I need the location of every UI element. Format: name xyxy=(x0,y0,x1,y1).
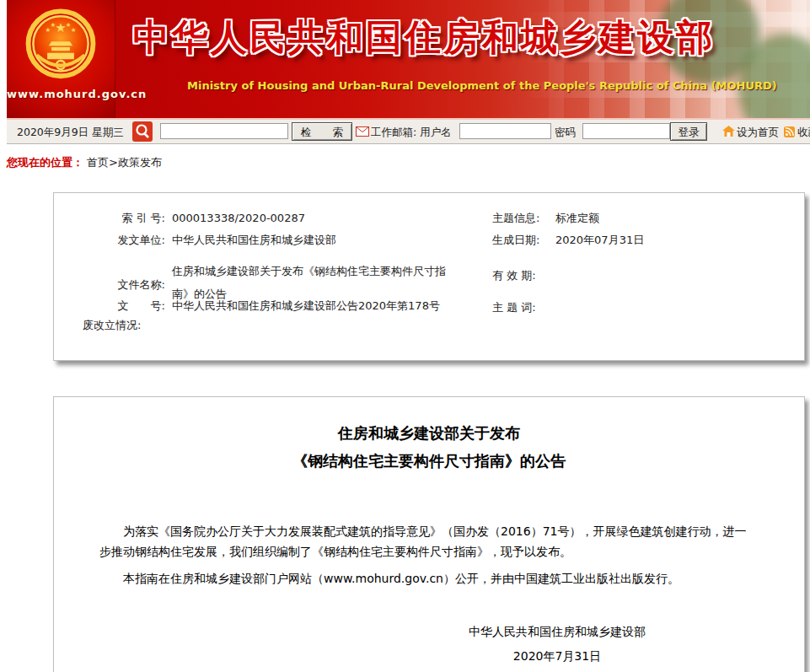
meta-label: 索 引 号: xyxy=(83,211,165,226)
document-info-panel: 索 引 号: 000013338/2020-00287 发文单位: 中华人民共和… xyxy=(53,192,805,361)
svg-text:★: ★ xyxy=(55,20,67,35)
meta-row-validity-period: 有 效 期: xyxy=(492,268,555,283)
site-title: 中华人民共和国住房和城乡建设部 xyxy=(133,13,715,62)
svg-text:★: ★ xyxy=(66,21,72,29)
rss-icon xyxy=(784,126,795,137)
breadcrumb-prefix: 您现在的位置： xyxy=(7,156,83,169)
announcement-panel: 住房和城乡建设部关于发布 《钢结构住宅主要构件尺寸指南》的公告 为落实《国务院办… xyxy=(53,396,805,672)
meta-label: 废改立情况: xyxy=(83,318,141,333)
meta-row-issuing-unit: 发文单位: 中华人民共和国住房和城乡建设部 xyxy=(83,233,336,248)
breadcrumb-path[interactable]: 首页>政策发布 xyxy=(87,156,162,169)
announcement-title: 住房和城乡建设部关于发布 《钢结构住宅主要构件尺寸指南》的公告 xyxy=(54,419,804,475)
site-url[interactable]: www.mohurd.gov.cn xyxy=(7,88,115,100)
meta-value: 2020年07月31日 xyxy=(555,233,644,248)
site-subtitle-en: Ministry of Housing and Urban-Rural Deve… xyxy=(187,79,777,92)
meta-label: 文件名称: xyxy=(83,277,165,293)
meta-row-repeal-status: 废改立情况: xyxy=(83,318,148,333)
home-icon xyxy=(722,126,735,137)
svg-text:★: ★ xyxy=(71,26,77,34)
mail-icon xyxy=(356,126,369,137)
svg-text:★: ★ xyxy=(50,21,56,29)
signature-date: 2020年7月31日 xyxy=(389,644,726,669)
announcement-paragraph: 本指南在住房和城乡建设部门户网站（www.mohurd.gov.cn）公开，并由… xyxy=(99,569,750,589)
meta-row-document-number: 文 号: 中华人民共和国住房和城乡建设部公告2020年第178号 xyxy=(83,298,440,314)
meta-label: 文 号: xyxy=(83,298,165,314)
announcement-title-line2: 《钢结构住宅主要构件尺寸指南》的公告 xyxy=(54,447,804,475)
search-input[interactable] xyxy=(160,123,288,139)
meta-row-topic-info: 主题信息: 标准定额 xyxy=(492,211,599,226)
signature-org: 中华人民共和国住房和城乡建设部 xyxy=(389,620,726,644)
site-banner: ★ ★ ★ ★ ★ www.mohurd.gov.cn 中华人民共和国住房和城乡… xyxy=(7,0,810,118)
meta-value: 000013338/2020-00287 xyxy=(172,211,305,226)
meta-row-generation-date: 生成日期: 2020年07月31日 xyxy=(492,233,644,248)
meta-value: 标准定额 xyxy=(555,211,599,226)
announcement-title-line1: 住房和城乡建设部关于发布 xyxy=(54,419,804,447)
top-toolbar: 2020年9月9日 星期三 检 索 工作邮箱: 用户名 密码 登录 设为首页 xyxy=(7,118,810,144)
password-label: 密码 xyxy=(555,126,576,140)
meta-label: 主题信息: xyxy=(492,211,550,226)
mailbox-username-label: 工作邮箱: 用户名 xyxy=(371,126,452,140)
logo-block[interactable]: ★ ★ ★ ★ ★ www.mohurd.gov.cn xyxy=(7,0,115,118)
signature-block: 中华人民共和国住房和城乡建设部 2020年7月31日 xyxy=(389,620,726,669)
current-date: 2020年9月9日 星期三 xyxy=(17,126,124,140)
mohurd-page: ★ ★ ★ ★ ★ www.mohurd.gov.cn 中华人民共和国住房和城乡… xyxy=(0,0,810,672)
breadcrumb: 您现在的位置：首页>政策发布 xyxy=(7,155,162,170)
search-button[interactable]: 检 索 xyxy=(292,122,352,141)
national-emblem-icon: ★ ★ ★ ★ ★ xyxy=(25,8,96,86)
announcement-paragraph: 为落实《国务院办公厅关于大力发展装配式建筑的指导意见》（国办发（2016）71号… xyxy=(99,522,750,562)
password-input[interactable] xyxy=(582,123,670,139)
favorites-link[interactable]: 收藏 xyxy=(797,126,810,140)
meta-value: 中华人民共和国住房和城乡建设部 xyxy=(172,233,336,248)
announcement-body: 为落实《国务院办公厅关于大力发展装配式建筑的指导意见》（国办发（2016）71号… xyxy=(99,522,750,597)
meta-row-keywords: 主 题 词: xyxy=(492,300,555,315)
username-input[interactable] xyxy=(459,123,551,139)
search-icon[interactable] xyxy=(132,121,153,142)
meta-row-index-number: 索 引 号: 000013338/2020-00287 xyxy=(83,211,305,226)
meta-label: 主 题 词: xyxy=(492,300,550,315)
set-home-link[interactable]: 设为首页 xyxy=(737,126,779,140)
meta-label: 生成日期: xyxy=(492,233,550,248)
meta-value: 中华人民共和国住房和城乡建设部公告2020年第178号 xyxy=(172,298,440,314)
login-button[interactable]: 登录 xyxy=(670,122,707,141)
meta-label: 发文单位: xyxy=(83,233,165,248)
meta-label: 有 效 期: xyxy=(492,268,550,283)
